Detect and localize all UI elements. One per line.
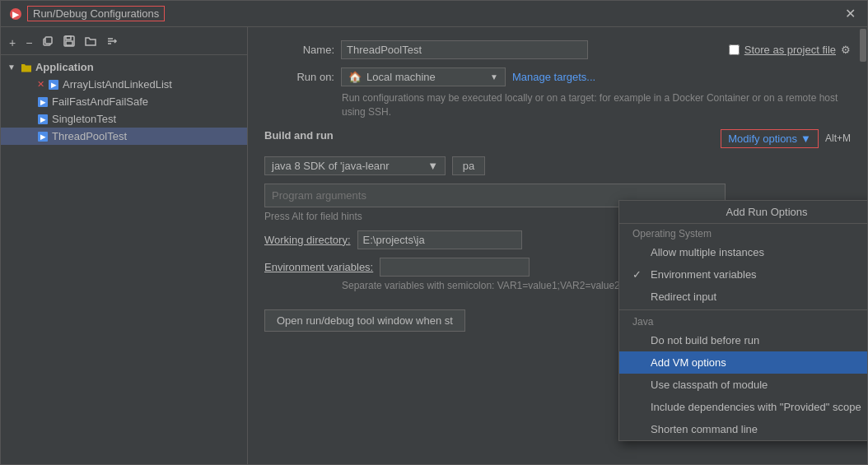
- sdk-dropdown[interactable]: java 8 SDK of 'java-leanr ▼: [264, 156, 446, 175]
- svg-text:▶: ▶: [40, 116, 46, 123]
- name-row: Name: Store as project file ⚙: [264, 40, 851, 59]
- main-content: + −: [1, 27, 867, 464]
- dialog-title: Run/Debug Configurations: [27, 6, 165, 21]
- menu-divider-1: [619, 309, 867, 310]
- tree-item-threadpool[interactable]: ▶ ThreadPoolTest: [1, 128, 247, 145]
- sdk-value: java 8 SDK of 'java-leanr: [272, 160, 390, 172]
- tree-item-singleton[interactable]: ▶ SingletonTest: [1, 110, 247, 128]
- sdk-row: java 8 SDK of 'java-leanr ▼ pa: [264, 156, 851, 175]
- redirect-input-label: Redirect input: [651, 291, 716, 303]
- modify-options-dropdown-menu: Add Run Options Operating System Allow m…: [618, 200, 867, 441]
- do-not-build-item[interactable]: Do not build before run: [619, 329, 867, 351]
- config-icon-2: ▶: [37, 96, 49, 108]
- add-config-button[interactable]: +: [6, 35, 19, 51]
- left-panel: + −: [1, 27, 248, 464]
- env-variables-item[interactable]: Environment variables: [619, 263, 867, 286]
- title-bar: ▶ Run/Debug Configurations ✕: [1, 1, 867, 27]
- modify-options-arrow-icon: ▼: [800, 133, 811, 145]
- dropdown-arrow-icon: ▼: [490, 72, 498, 81]
- home-icon: 🏠: [348, 71, 362, 83]
- alt-shortcut-label: Alt+M: [825, 133, 851, 144]
- modify-options-label: Modify options: [728, 133, 797, 145]
- folder-icon: [21, 62, 32, 73]
- settings-icon[interactable]: ⚙: [841, 44, 851, 56]
- remove-config-button[interactable]: −: [22, 35, 35, 51]
- working-dir-label: Working directory:: [264, 234, 351, 246]
- store-project-file-checkbox[interactable]: [729, 44, 740, 55]
- application-label: Application: [35, 61, 94, 73]
- sdk-arrow-icon: ▼: [427, 160, 438, 172]
- error-icon: ✕: [37, 79, 44, 90]
- include-deps-item[interactable]: Include dependencies with "Provided" sco…: [619, 396, 867, 418]
- toolbar: + −: [1, 30, 247, 55]
- add-run-options-item[interactable]: Add Run Options: [619, 201, 867, 224]
- add-vm-options-label: Add VM options: [651, 356, 726, 369]
- env-vars-label: Environment variables:: [264, 261, 373, 273]
- store-project-file-wrapper: Store as project file ⚙: [729, 44, 851, 56]
- use-classpath-item[interactable]: Use classpath of module: [619, 374, 867, 396]
- svg-text:▶: ▶: [12, 10, 20, 19]
- svg-rect-3: [45, 37, 52, 44]
- run-hint-text: Run configurations may be executed local…: [342, 91, 851, 119]
- scrollbar-thumb[interactable]: [860, 29, 866, 62]
- use-classpath-label: Use classpath of module: [651, 379, 768, 391]
- sdk-box[interactable]: pa: [452, 156, 485, 175]
- run-on-value: Local machine: [366, 71, 436, 83]
- failfast-label: FailFastAndFailSafe: [52, 95, 148, 108]
- save-config-button[interactable]: [60, 34, 78, 51]
- open-folder-button[interactable]: [82, 34, 100, 51]
- threadpool-label: ThreadPoolTest: [52, 130, 127, 142]
- run-on-row: Run on: 🏠 Local machine ▼ Manage targets…: [264, 67, 851, 86]
- allow-multiple-label: Allow multiple instances: [651, 246, 764, 258]
- tree-item-failfast[interactable]: ▶ FailFastAndFailSafe: [1, 93, 247, 110]
- title-bar-left: ▶ Run/Debug Configurations: [9, 6, 165, 21]
- config-icon-1: ▶: [48, 79, 59, 91]
- working-dir-input[interactable]: [357, 230, 522, 249]
- tree-item-application[interactable]: ▼ Application: [1, 58, 247, 76]
- svg-text:▶: ▶: [51, 81, 57, 89]
- modify-options-button[interactable]: Modify options ▼: [721, 129, 819, 148]
- close-button[interactable]: ✕: [842, 6, 859, 21]
- manage-targets-link[interactable]: Manage targets...: [512, 71, 595, 83]
- right-panel: Name: Store as project file ⚙ Run on: 🏠 …: [248, 27, 867, 464]
- open-run-button[interactable]: Open run/debug tool window when st: [264, 309, 465, 332]
- app-icon: ▶: [9, 7, 22, 21]
- copy-config-button[interactable]: [39, 34, 57, 51]
- config-icon-3: ▶: [37, 114, 49, 125]
- store-project-file-label: Store as project file: [744, 44, 836, 56]
- include-deps-label: Include dependencies with "Provided" sco…: [651, 401, 861, 413]
- redirect-input-item[interactable]: Redirect input: [619, 286, 867, 308]
- run-debug-dialog: ▶ Run/Debug Configurations ✕ + −: [0, 0, 868, 465]
- java-section-label: Java: [619, 312, 867, 329]
- run-on-label: Run on:: [264, 71, 334, 83]
- do-not-build-label: Do not build before run: [651, 334, 759, 346]
- env-variables-label: Environment variables: [651, 268, 757, 281]
- svg-text:▶: ▶: [40, 133, 46, 141]
- add-vm-options-item[interactable]: Add VM options: [619, 351, 867, 374]
- expand-icon: ▼: [7, 63, 16, 72]
- tree-item-arraylist[interactable]: ✕ ▶ ArrayListAndLinkedList: [1, 76, 247, 93]
- shorten-cmd-item[interactable]: Shorten command line: [619, 418, 867, 440]
- svg-rect-5: [66, 36, 71, 40]
- shorten-cmd-label: Shorten command line: [651, 423, 758, 435]
- sort-button[interactable]: [103, 34, 121, 51]
- env-vars-input[interactable]: [380, 258, 530, 277]
- os-section-label: Operating System: [619, 224, 867, 241]
- tree-container: ▼ Application ✕ ▶ ArrayListAndLinkedList: [1, 55, 247, 148]
- name-input[interactable]: [341, 40, 588, 59]
- build-run-title: Build and run: [264, 129, 334, 142]
- svg-rect-6: [66, 41, 72, 45]
- build-run-header: Build and run Modify options ▼ Alt+M: [264, 129, 851, 148]
- arraylist-label: ArrayListAndLinkedList: [63, 78, 172, 91]
- config-icon-4: ▶: [37, 131, 49, 142]
- svg-text:▶: ▶: [40, 99, 46, 106]
- singleton-label: SingletonTest: [52, 113, 116, 125]
- run-on-dropdown[interactable]: 🏠 Local machine ▼: [341, 67, 506, 86]
- name-label: Name:: [264, 44, 334, 56]
- allow-multiple-instances-item[interactable]: Allow multiple instances: [619, 241, 867, 263]
